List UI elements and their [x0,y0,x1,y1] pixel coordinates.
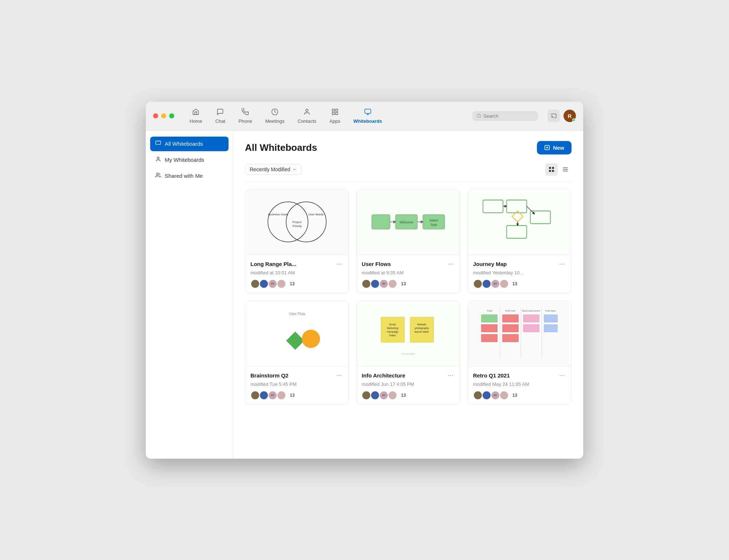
grid-view-toggle[interactable] [545,163,558,176]
avatar [482,391,491,400]
whiteboard-grid: Business Goals User Needs Project Priori… [245,189,572,405]
card-journey-map[interactable]: Journey Map ··· modified Yesterday 10...… [468,189,572,293]
card-avatars: AY 13 [473,279,566,289]
card-preview-brainstorm: User Flow [245,301,348,367]
card-title-row: Long Range Pla... ··· [250,259,343,269]
avatar [250,279,260,289]
card-preview-info: Email Marketing Campaign Dates Website p… [356,301,460,367]
avatar-initials: R [568,113,572,119]
svg-point-26 [286,202,326,242]
contacts-icon [303,108,311,117]
card-info-info-arch: Info Architecture ··· modified Jun 17 4:… [356,367,460,404]
card-preview-venn: Business Goals User Needs Project Priori… [245,189,348,255]
svg-text:Website: Website [417,323,426,326]
svg-text:Task: Task [430,223,437,227]
main-header: All Whiteboards New [245,141,572,154]
more-button[interactable]: ··· [558,371,566,380]
sidebar-item-my[interactable]: My Whiteboards [150,153,229,167]
app-window: Home Chat Phone [146,102,583,459]
avatar [388,279,397,289]
card-user-flows[interactable]: Welcome Select Task [356,189,460,293]
more-button[interactable]: ··· [447,371,455,380]
svg-text:Priority: Priority [292,224,301,228]
user-avatar[interactable]: R [564,110,576,122]
avatar [362,391,371,400]
maximize-button[interactable] [169,113,174,118]
svg-rect-42 [507,226,527,238]
card-title: User Flows [362,261,391,267]
card-avatars: AY 13 [362,391,455,400]
journey-diagram [479,193,560,251]
svg-rect-20 [549,170,551,172]
search-input[interactable] [483,113,534,119]
svg-rect-12 [156,141,160,144]
svg-rect-39 [483,200,503,213]
nav-item-meetings[interactable]: Meetings [259,107,291,125]
card-title-row: Brainstorm Q2 ··· [250,371,343,380]
flow-diagram: Welcome Select Task [368,193,448,251]
svg-text:It well: It well [487,310,492,312]
sidebar-item-shared[interactable]: Shared with Me [150,169,229,183]
info-diagram: Email Marketing Campaign Dates Website p… [368,304,448,363]
svg-text:Business Goals: Business Goals [268,213,288,216]
filter-dropdown[interactable]: Recently Modified [245,164,301,175]
search-bar[interactable] [472,111,538,121]
nav-item-apps[interactable]: Apps [323,107,347,125]
card-brainstorm[interactable]: User Flow Brainstorm Q2 ··· modified Tu [245,301,349,405]
avatar-count: 13 [401,281,406,286]
cast-icon[interactable] [547,110,560,122]
top-nav: Home Chat Phone [183,107,467,125]
close-button[interactable] [153,113,158,118]
nav-item-whiteboards[interactable]: Whiteboards [347,107,389,125]
sidebar-item-all[interactable]: All Whiteboards [150,137,229,151]
card-modified: modified at 10:01 AM [250,270,343,275]
svg-rect-40 [507,200,527,213]
new-button[interactable]: New [537,141,572,154]
svg-rect-68 [481,324,498,332]
card-preview-journey [468,189,571,255]
avatar [499,391,509,400]
list-view-toggle[interactable] [559,163,572,176]
card-info-brainstorm: Brainstorm Q2 ··· modified Tue 5:45 PM A… [245,367,348,404]
card-preview-flow: Welcome Select Task [356,189,460,255]
nav-label-phone: Phone [238,118,252,124]
more-button[interactable]: ··· [335,259,343,269]
svg-rect-50 [381,317,405,342]
svg-rect-31 [372,215,390,229]
nav-item-contacts[interactable]: Contacts [291,107,323,125]
avatar [259,279,269,289]
avatar [277,391,286,400]
filter-label: Recently Modified [250,167,290,172]
svg-text:Marketing: Marketing [387,327,398,330]
card-retro[interactable]: It well Didn't work Needs Improvement Fr… [468,301,572,405]
view-toggles [545,163,572,176]
card-long-range[interactable]: Business Goals User Needs Project Priori… [245,189,349,293]
svg-point-1 [306,109,308,111]
avatar-ay: AY [379,391,389,400]
svg-text:Welcome: Welcome [399,220,413,224]
minimize-button[interactable] [161,113,166,118]
svg-rect-75 [544,314,558,322]
more-button[interactable]: ··· [558,259,566,269]
card-info-arch[interactable]: Email Marketing Campaign Dates Website p… [356,301,460,405]
nav-item-chat[interactable]: Chat [209,107,232,125]
avatar [277,279,286,289]
new-icon [544,145,550,150]
nav-label-chat: Chat [215,118,225,124]
card-title: Brainstorm Q2 [250,372,288,379]
avatar-ay: AY [491,391,500,400]
svg-rect-6 [364,109,371,113]
nav-item-phone[interactable]: Phone [232,107,259,125]
filter-bar: Recently Modified [245,163,572,182]
venn-diagram: Business Goals User Needs Project Priori… [257,193,337,251]
my-whiteboards-icon [155,156,161,164]
svg-text:User Needs: User Needs [308,213,324,216]
nav-label-whiteboards: Whiteboards [353,118,382,124]
svg-rect-4 [332,112,334,114]
svg-text:photography: photography [415,327,429,330]
svg-point-14 [156,173,158,175]
nav-item-home[interactable]: Home [183,107,209,125]
card-modified: modified May 24 11:05 AM [473,381,566,387]
more-button[interactable]: ··· [335,371,343,380]
more-button[interactable]: ··· [447,259,455,269]
